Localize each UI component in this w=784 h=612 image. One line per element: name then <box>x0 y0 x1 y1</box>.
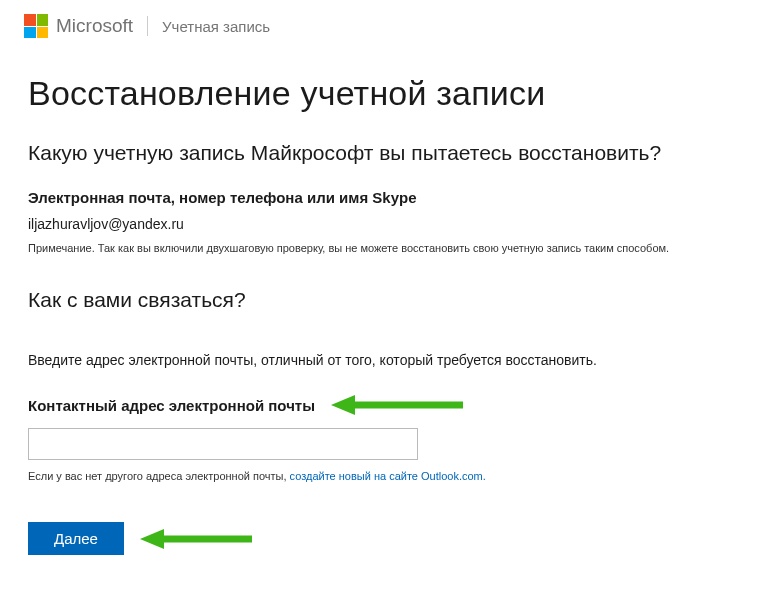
section-contact-title: Как с вами связаться? <box>28 288 756 312</box>
outlook-hint: Если у вас нет другого адреса электронно… <box>28 470 756 482</box>
content: Восстановление учетной записи Какую учет… <box>0 50 784 555</box>
outlook-hint-prefix: Если у вас нет другого адреса электронно… <box>28 470 290 482</box>
arrow-annotation-icon <box>140 526 260 552</box>
page-title: Восстановление учетной записи <box>28 74 756 113</box>
svg-marker-3 <box>140 529 164 549</box>
button-row: Далее <box>28 522 756 555</box>
microsoft-logo: Microsoft <box>24 14 133 38</box>
contact-label-row: Контактный адрес электронной почты <box>28 392 756 418</box>
svg-marker-1 <box>331 395 355 415</box>
contact-instruction: Введите адрес электронной почты, отличны… <box>28 352 756 368</box>
arrow-annotation-icon <box>331 392 471 418</box>
identifier-label: Электронная почта, номер телефона или им… <box>28 189 756 206</box>
identifier-value: iljazhuravljov@yandex.ru <box>28 216 756 232</box>
header-divider <box>147 16 148 36</box>
create-outlook-link[interactable]: создайте новый на сайте Outlook.com. <box>290 470 486 482</box>
brand-text: Microsoft <box>56 15 133 37</box>
contact-email-label: Контактный адрес электронной почты <box>28 397 315 414</box>
two-step-note: Примечание. Так как вы включили двухшаго… <box>28 242 756 254</box>
next-button[interactable]: Далее <box>28 522 124 555</box>
header-subtitle: Учетная запись <box>162 18 270 35</box>
section-which-account-title: Какую учетную запись Майкрософт вы пытае… <box>28 141 756 165</box>
microsoft-logo-icon <box>24 14 48 38</box>
contact-email-input[interactable] <box>28 428 418 460</box>
header: Microsoft Учетная запись <box>0 0 784 50</box>
